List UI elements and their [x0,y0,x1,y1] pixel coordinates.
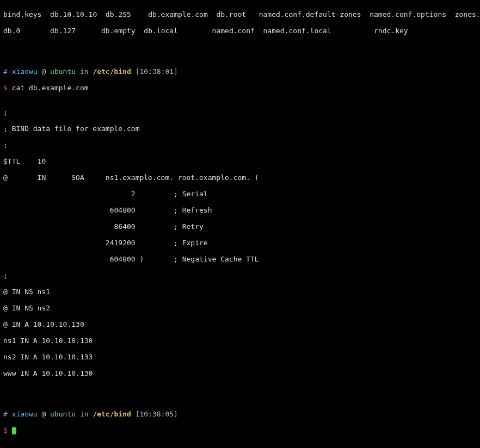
prompt-line-2: # xiaowu @ ubuntu in /etc/bind [10:38:05… [3,410,477,418]
command-line-2[interactable]: $ [3,426,477,434]
file-output-line: www IN A 10.10.10.130 [3,369,477,377]
file-output-line: ns2 IN A 10.10.10.133 [3,353,477,361]
command-line-1: $ cat db.example.com [3,84,477,92]
file-output-line: 2 ; Serial [3,190,477,198]
ls-output-row2: db.0 db.127 db.empty db.local named.conf… [3,27,477,35]
file-output-line: ; [3,141,477,149]
file-output-line: ; BIND data file for example.com [3,125,477,133]
cursor-icon [12,427,16,434]
file-output-line: ; [3,271,477,279]
ls-output-row1: bind.keys db.10.10.10 db.255 db.example.… [3,10,477,18]
file-output-line: 86400 ; Retry [3,222,477,231]
file-output-line: @ IN NS ns1 [3,288,477,296]
prompt-line-1: # xiaowu @ ubuntu in /etc/bind [10:38:01… [3,67,477,76]
file-output-line: ns1 IN A 10.10.10.130 [3,337,477,345]
file-output-line: 604800 ) ; Negative Cache TTL [3,255,477,263]
file-output-line: @ IN NS ns2 [3,304,477,312]
file-output-line: 604800 ; Refresh [3,206,477,214]
file-output-line: ; [3,108,477,116]
terminal-pane-top[interactable]: bind.keys db.10.10.10 db.255 db.example.… [0,0,480,448]
blank-line [3,443,477,448]
file-output-line: $TTL 10 [3,157,477,165]
blank-line [3,394,477,402]
file-output-line: @ IN SOA ns1.example.com. root.example.c… [3,173,477,182]
file-output-line: 2419200 ; Expire [3,239,477,247]
file-output-line: @ IN A 10.10.10.130 [3,320,477,328]
blank-line [3,43,477,51]
